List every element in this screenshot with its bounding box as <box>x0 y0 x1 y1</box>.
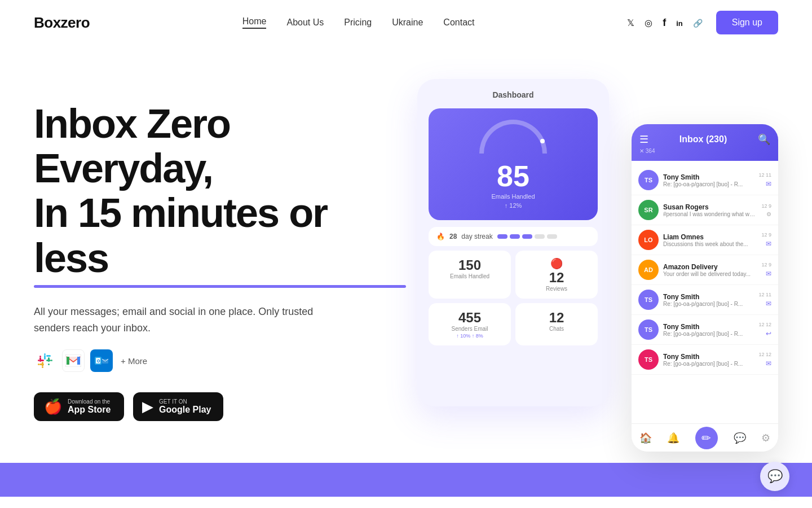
gmail-icon <box>62 349 85 372</box>
hero-subtitle: All your messages; email and social in o… <box>34 304 327 336</box>
inbox-item-body: Tony Smith Re: [go-oa-p/gacron] [buo] - … <box>663 293 754 307</box>
chat-bubble-button[interactable]: 💬 <box>760 462 789 491</box>
sender-name: Tony Smith <box>663 173 754 181</box>
list-item[interactable]: AD Amazon Delivery Your order will be de… <box>632 255 778 285</box>
stat-emails-label: Emails Handled <box>435 273 504 279</box>
svg-rect-7 <box>48 355 50 357</box>
stats-row-1: 150 Emails Handled 🔴 12 Reviews <box>429 251 598 299</box>
streak-dot-5 <box>547 234 557 239</box>
apple-icon: 🍎 <box>44 398 62 415</box>
instagram-icon[interactable] <box>645 17 652 29</box>
fire-icon: 🔥 <box>436 233 445 240</box>
stat-reviews-number: 12 <box>522 270 591 286</box>
compose-button[interactable]: ✏ <box>695 427 718 449</box>
mail-icon: ✉ <box>766 360 771 367</box>
gauge-card: 85 Emails Handled ↑ 12% <box>429 108 598 220</box>
item-meta: 12 11 ✉ <box>758 172 771 188</box>
mail-icon: ✉ <box>766 300 771 308</box>
nav-pricing[interactable]: Pricing <box>344 17 372 28</box>
stats-row-2: 455 Senders Email ↑ 10% ↑ 8% 12 Chats <box>429 303 598 345</box>
streak-dot-4 <box>535 234 545 239</box>
item-meta: 12 9 ✉ <box>761 232 771 248</box>
hero-underline <box>34 285 406 288</box>
search-icon[interactable]: 🔍 <box>758 133 770 146</box>
hero-section: Inbox Zero Everyday, In 15 minutes or le… <box>0 45 812 452</box>
bell-nav-icon[interactable]: 🔔 <box>667 432 679 444</box>
sender-name: Amazon Delivery <box>663 263 757 271</box>
gauge-percent: ↑ 12% <box>440 202 586 209</box>
email-preview: Re: [go-oa-p/gacron] [buo] - R... <box>663 181 754 187</box>
item-meta: 12 12 ✉ <box>758 352 771 367</box>
hamburger-icon[interactable]: ☰ <box>639 133 648 146</box>
gauge-label: Emails Handled <box>440 193 586 200</box>
nav-home[interactable]: Home <box>242 16 267 29</box>
gauge-arc <box>479 120 547 154</box>
stat-senders-number: 455 <box>435 310 504 326</box>
email-preview: Your order will be delivered today... <box>663 271 757 277</box>
logo[interactable]: Boxzero <box>34 14 90 32</box>
streak-dot-2 <box>510 234 520 239</box>
home-nav-icon[interactable]: 🏠 <box>639 432 652 444</box>
mail-icon: ✉ <box>766 270 771 278</box>
inbox-header: ☰ Inbox (230) 🔍 ✕ 364 <box>632 124 778 161</box>
linkedin-icon[interactable] <box>676 17 683 29</box>
email-preview: Re: [go-oa-p/gacron] [buo] - R... <box>663 301 754 307</box>
app-store-button[interactable]: 🍎 Download on the App Store <box>34 392 124 421</box>
twitter-icon[interactable] <box>627 17 634 29</box>
inbox-list: TS Tony Smith Re: [go-oa-p/gacron] [buo]… <box>632 161 778 379</box>
svg-rect-15 <box>38 364 39 365</box>
list-item[interactable]: TS Tony Smith Re: [go-oa-p/gacron] [buo]… <box>632 315 778 345</box>
nav: Home About Us Pricing Ukraine Contact <box>242 16 475 29</box>
item-meta: 12 9 ⚙ <box>761 203 771 217</box>
nav-ukraine[interactable]: Ukraine <box>392 17 423 28</box>
email-preview: Re: [go-oa-p/gacron] [buo] - R... <box>663 331 754 337</box>
sender-name: Tony Smith <box>663 323 754 331</box>
stat-reviews-label: Reviews <box>522 286 591 292</box>
list-item[interactable]: TS Tony Smith Re: [go-oa-p/gacron] [buo]… <box>632 285 778 315</box>
stat-chats-label: Chats <box>522 326 591 332</box>
svg-rect-14 <box>42 366 43 368</box>
avatar: LO <box>638 230 659 250</box>
email-time: 12 9 <box>761 262 771 268</box>
link-icon[interactable] <box>693 17 703 29</box>
svg-rect-9 <box>48 357 50 362</box>
svg-rect-3 <box>39 356 41 357</box>
list-item[interactable]: TS Tony Smith Re: [go-oa-p/gacron] [buo]… <box>632 345 778 375</box>
settings-nav-icon[interactable]: ⚙ <box>761 432 770 444</box>
sender-name: Susan Rogers <box>663 203 757 211</box>
stat-chats-number: 12 <box>522 310 591 326</box>
nav-contact[interactable]: Contact <box>443 17 474 28</box>
header: Boxzero Home About Us Pricing Ukraine Co… <box>0 0 812 45</box>
avatar: TS <box>638 349 659 370</box>
footer-bar <box>0 463 812 497</box>
item-meta: 12 12 ↩ <box>758 322 771 338</box>
google-play-button[interactable]: ▶ GET IT ON Google Play <box>133 392 223 421</box>
email-preview: Discussions this week about the... <box>663 241 757 247</box>
streak-label: day streak <box>461 233 492 240</box>
svg-rect-4 <box>44 355 46 360</box>
email-time: 12 12 <box>758 322 771 327</box>
email-preview: #personal I was wondering what was going… <box>663 211 757 217</box>
facebook-icon[interactable] <box>663 17 666 29</box>
list-item[interactable]: SR Susan Rogers #personal I was wonderin… <box>632 195 778 225</box>
nav-about[interactable]: About Us <box>286 17 324 28</box>
inbox-item-body: Tony Smith Re: [go-oa-p/gacron] [buo] - … <box>663 353 754 367</box>
inbox-item-body: Amazon Delivery Your order will be deliv… <box>663 263 757 277</box>
outlook-icon: O <box>90 349 113 372</box>
dashboard-phone: Dashboard 85 Emails Handled ↑ 12% 🔥 28 d… <box>417 79 609 406</box>
list-item[interactable]: LO Liam Omnes Discussions this week abou… <box>632 225 778 255</box>
svg-rect-13 <box>39 364 44 365</box>
chat-nav-icon[interactable]: 💬 <box>734 432 746 444</box>
svg-rect-10 <box>51 360 52 361</box>
avatar: TS <box>638 290 659 310</box>
list-item[interactable]: TS Tony Smith Re: [go-oa-p/gacron] [buo]… <box>632 165 778 195</box>
stat-senders-label: Senders Email <box>435 326 504 332</box>
inbox-count-bar: ✕ 364 <box>639 148 770 154</box>
more-integrations-text: + More <box>121 356 147 366</box>
email-time: 12 11 <box>758 292 771 297</box>
slack-icon <box>34 349 56 372</box>
stat-emails-number: 150 <box>435 257 504 273</box>
svg-rect-11 <box>48 364 50 365</box>
dashboard-title: Dashboard <box>429 90 598 99</box>
signup-button[interactable]: Sign up <box>716 11 778 34</box>
